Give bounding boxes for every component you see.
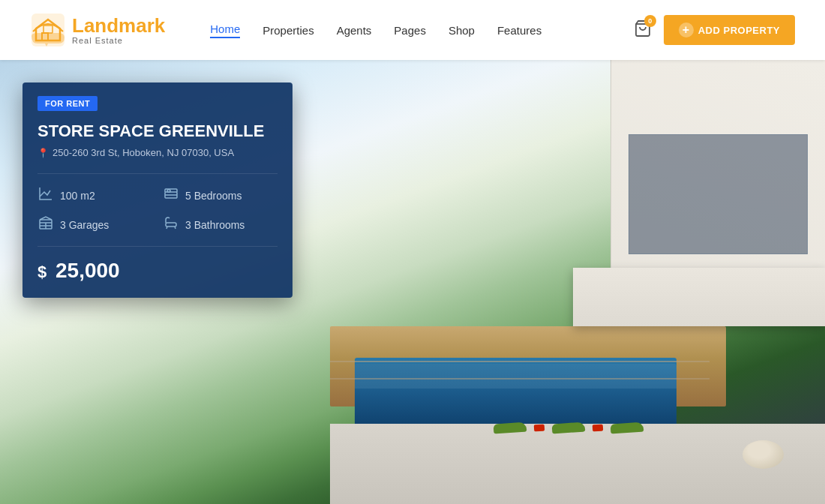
cart-button[interactable]: 0 <box>634 20 652 40</box>
property-price: $ 25,000 <box>22 259 292 283</box>
property-address: 📍 250-260 3rd St, Hoboken, NJ 07030, USA <box>22 147 292 158</box>
svg-rect-4 <box>167 190 170 192</box>
bed-icon <box>163 186 179 205</box>
header-right: 0 + ADD PROPERTY <box>634 15 795 45</box>
price-symbol: $ <box>38 262 46 281</box>
add-property-label: ADD PROPERTY <box>698 25 780 36</box>
feature-garages: 3 Garages <box>38 215 152 234</box>
chair-pillow-2 <box>592 424 604 432</box>
building-window <box>628 134 808 254</box>
nav: Home Properties Agents Pages Shop Featur… <box>210 22 633 38</box>
nav-agents[interactable]: Agents <box>337 24 372 37</box>
feature-bedrooms: 5 Bedrooms <box>163 186 278 205</box>
divider-2 <box>38 246 278 247</box>
feature-bathrooms-label: 3 Bathrooms <box>185 219 244 231</box>
svg-rect-9 <box>166 223 176 226</box>
divider-1 <box>38 173 278 174</box>
nav-pages[interactable]: Pages <box>394 24 426 37</box>
property-card: FOR RENT STORE SPACE GREENVILLE 📍 250-26… <box>22 82 292 298</box>
logo[interactable]: Landmark Real Estate <box>30 12 165 48</box>
chair-2 <box>552 422 586 434</box>
building-overhang <box>573 268 825 326</box>
railing <box>330 361 710 362</box>
railing2 <box>330 378 710 380</box>
nav-properties[interactable]: Properties <box>262 24 314 37</box>
logo-icon <box>30 12 66 48</box>
plus-icon: + <box>679 22 694 38</box>
hero-section: FOR RENT STORE SPACE GREENVILLE 📍 250-26… <box>0 60 825 504</box>
header: Landmark Real Estate Home Properties Age… <box>0 0 825 60</box>
property-badge: FOR RENT <box>38 96 98 111</box>
logo-subtitle: Real Estate <box>72 36 165 45</box>
price-value: 25,000 <box>56 259 120 282</box>
feature-garages-label: 3 Garages <box>60 219 109 231</box>
pin-icon: 📍 <box>38 148 49 158</box>
property-title: STORE SPACE GREENVILLE <box>22 122 292 141</box>
nav-features[interactable]: Features <box>497 24 542 37</box>
feature-bedrooms-label: 5 Bedrooms <box>185 190 242 202</box>
area-icon <box>38 186 54 205</box>
ottoman <box>742 440 784 469</box>
chair-pillow-1 <box>534 424 545 432</box>
logo-text: Landmark Real Estate <box>72 15 165 46</box>
brand-prefix: Land <box>72 14 118 37</box>
nav-shop[interactable]: Shop <box>448 24 475 37</box>
feature-area: 100 m2 <box>38 186 152 205</box>
bath-icon <box>163 215 179 234</box>
chair-1 <box>494 422 527 434</box>
garage-icon <box>38 215 54 234</box>
feature-area-label: 100 m2 <box>60 190 95 202</box>
brand-suffix: mark <box>118 14 165 37</box>
building <box>610 60 825 326</box>
cart-badge: 0 <box>644 15 656 27</box>
address-text: 250-260 3rd St, Hoboken, NJ 07030, USA <box>52 147 234 158</box>
feature-bathrooms: 3 Bathrooms <box>163 215 278 234</box>
add-property-button[interactable]: + ADD PROPERTY <box>664 15 795 45</box>
pool-shimmer <box>355 364 676 388</box>
lounge-chairs <box>494 423 644 433</box>
property-features: 100 m2 5 Bedrooms <box>22 186 292 234</box>
nav-home[interactable]: Home <box>210 22 240 38</box>
chair-3 <box>610 422 644 434</box>
